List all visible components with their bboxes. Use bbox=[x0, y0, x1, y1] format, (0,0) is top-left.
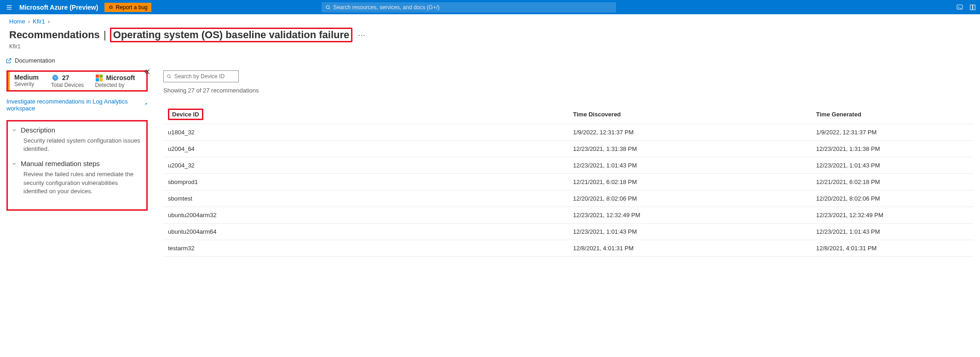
stat-detected-by-label: Detected by bbox=[95, 82, 135, 88]
cell-time-discovered: 12/23/2021, 1:01:43 PM bbox=[569, 224, 812, 240]
table-row[interactable]: sbomprod112/21/2021, 6:02:18 PM12/21/202… bbox=[163, 174, 974, 190]
search-icon bbox=[325, 5, 331, 10]
cell-device-id: u1804_32 bbox=[163, 124, 569, 141]
cloud-shell-icon[interactable] bbox=[956, 4, 963, 11]
cell-device-id: testarm32 bbox=[163, 240, 569, 257]
brand-label: Microsoft Azure (Preview) bbox=[19, 4, 98, 11]
external-link-icon bbox=[143, 102, 148, 108]
cell-time-generated: 12/20/2021, 8:02:06 PM bbox=[812, 190, 974, 207]
chip-icon bbox=[51, 74, 59, 82]
more-actions-icon[interactable]: ⋯ bbox=[358, 31, 365, 40]
col-time-generated[interactable]: Time Generated bbox=[812, 105, 974, 124]
report-bug-label: Report a bug bbox=[115, 4, 147, 11]
device-filter[interactable] bbox=[163, 70, 239, 82]
table-row[interactable]: u2004_6412/23/2021, 1:31:38 PM12/23/2021… bbox=[163, 141, 974, 157]
svg-point-25 bbox=[167, 75, 170, 77]
table-row[interactable]: sbomtest12/20/2021, 8:02:06 PM12/20/2021… bbox=[163, 190, 974, 207]
table-row[interactable]: u1804_321/9/2022, 12:31:37 PM1/9/2022, 1… bbox=[163, 124, 974, 141]
chevron-down-icon bbox=[12, 127, 17, 133]
topbar-right-icons bbox=[956, 4, 976, 11]
title-separator: | bbox=[101, 29, 109, 41]
details-sidebar: Medium Severity 27 Total Devices Micros bbox=[0, 67, 154, 261]
chevron-down-icon bbox=[12, 161, 17, 167]
table-row[interactable]: ubuntu2004arm6412/23/2021, 1:01:43 PM12/… bbox=[163, 224, 974, 240]
devices-table: Device ID Time Discovered Time Generated… bbox=[163, 105, 974, 257]
table-row[interactable]: testarm3212/8/2021, 4:01:31 PM12/8/2021,… bbox=[163, 240, 974, 257]
showing-count: Showing 27 of 27 recommendations bbox=[163, 87, 974, 94]
stat-severity-label: Severity bbox=[14, 81, 40, 87]
breadcrumb-home[interactable]: Home bbox=[9, 18, 25, 25]
section-description: Description Security related system conf… bbox=[12, 126, 143, 153]
microsoft-logo-icon bbox=[95, 74, 103, 82]
stat-detected-by-value: Microsoft bbox=[106, 74, 135, 81]
investigate-link[interactable]: Investigate recommendations in Log Analy… bbox=[6, 98, 141, 112]
global-search[interactable] bbox=[322, 2, 616, 12]
breadcrumb-scope[interactable]: Kfir1 bbox=[33, 18, 45, 25]
page-subtitle: Kfir1 bbox=[0, 43, 980, 54]
stat-total-devices-label: Total Devices bbox=[51, 82, 84, 88]
stat-detected-by: Microsoft Detected by bbox=[88, 72, 139, 90]
chevron-right-icon: › bbox=[28, 18, 30, 25]
section-remediation-header[interactable]: Manual remediation steps bbox=[12, 160, 143, 167]
section-remediation-title: Manual remediation steps bbox=[21, 160, 100, 167]
svg-point-3 bbox=[110, 6, 112, 8]
cell-device-id: sbomprod1 bbox=[163, 174, 569, 190]
documentation-label: Documentation bbox=[15, 57, 55, 64]
cell-time-generated: 12/23/2021, 1:01:43 PM bbox=[812, 157, 974, 174]
col-device-id[interactable]: Device ID bbox=[163, 105, 569, 124]
svg-rect-14 bbox=[973, 5, 975, 10]
svg-line-10 bbox=[329, 8, 329, 9]
cell-device-id: ubuntu2004arm32 bbox=[163, 207, 569, 224]
main-area: Medium Severity 27 Total Devices Micros bbox=[0, 67, 980, 261]
cell-device-id: sbomtest bbox=[163, 190, 569, 207]
stat-total-devices-value: 27 bbox=[62, 74, 69, 81]
svg-point-9 bbox=[326, 6, 329, 9]
svg-rect-13 bbox=[970, 5, 973, 10]
cell-time-discovered: 1/9/2022, 12:31:37 PM bbox=[569, 124, 812, 141]
section-remediation: Manual remediation steps Review the fail… bbox=[12, 160, 143, 196]
cell-time-generated: 12/23/2021, 1:01:43 PM bbox=[812, 224, 974, 240]
breadcrumb: Home › Kfir1 › bbox=[0, 14, 980, 27]
collapse-sidebar-button[interactable] bbox=[143, 68, 151, 77]
cell-device-id: u2004_32 bbox=[163, 157, 569, 174]
stat-total-devices: 27 Total Devices bbox=[45, 72, 88, 90]
table-row[interactable]: u2004_3212/23/2021, 1:01:43 PM12/23/2021… bbox=[163, 157, 974, 174]
col-time-discovered[interactable]: Time Discovered bbox=[569, 105, 812, 124]
azure-topbar: Microsoft Azure (Preview) Report a bug bbox=[0, 0, 980, 14]
cell-time-generated: 12/23/2021, 1:31:38 PM bbox=[812, 141, 974, 157]
section-description-header[interactable]: Description bbox=[12, 126, 143, 134]
cell-time-discovered: 12/21/2021, 6:02:18 PM bbox=[569, 174, 812, 190]
cell-time-generated: 12/21/2021, 6:02:18 PM bbox=[812, 174, 974, 190]
svg-line-8 bbox=[112, 8, 113, 8]
chevron-right-icon: › bbox=[48, 18, 50, 25]
section-description-body: Security related system configuration is… bbox=[12, 134, 143, 153]
global-search-input[interactable] bbox=[333, 4, 612, 11]
svg-rect-11 bbox=[957, 5, 963, 9]
search-icon bbox=[167, 74, 172, 79]
stat-severity: Medium Severity bbox=[8, 72, 45, 90]
investigate-link-row: Investigate recommendations in Log Analy… bbox=[6, 98, 148, 112]
page-title-row: Recommendations | Operating system (OS) … bbox=[0, 27, 980, 43]
page-title-main: Operating system (OS) baseline validatio… bbox=[113, 29, 349, 40]
directory-icon[interactable] bbox=[969, 4, 976, 11]
menu-icon[interactable] bbox=[4, 2, 15, 13]
svg-line-26 bbox=[170, 77, 171, 78]
content-column: Showing 27 of 27 recommendations Device … bbox=[154, 67, 980, 261]
report-bug-button[interactable]: Report a bug bbox=[104, 3, 151, 12]
cell-time-discovered: 12/23/2021, 1:31:38 PM bbox=[569, 141, 812, 157]
stat-severity-value: Medium bbox=[14, 74, 40, 81]
section-remediation-body: Review the failed rules and remediate th… bbox=[12, 167, 143, 196]
documentation-link[interactable]: Documentation bbox=[0, 54, 980, 67]
svg-line-5 bbox=[109, 6, 110, 7]
cell-time-discovered: 12/20/2021, 8:02:06 PM bbox=[569, 190, 812, 207]
device-filter-input[interactable] bbox=[174, 73, 236, 80]
cell-time-generated: 1/9/2022, 12:31:37 PM bbox=[812, 124, 974, 141]
external-link-icon bbox=[6, 58, 12, 64]
table-row[interactable]: ubuntu2004arm3212/23/2021, 12:32:49 PM12… bbox=[163, 207, 974, 224]
svg-rect-16 bbox=[54, 77, 56, 79]
svg-line-6 bbox=[112, 6, 113, 7]
cell-time-discovered: 12/8/2021, 4:01:31 PM bbox=[569, 240, 812, 257]
cell-device-id: ubuntu2004arm64 bbox=[163, 224, 569, 240]
svg-line-7 bbox=[109, 8, 110, 8]
page-title-prefix: Recommendations bbox=[9, 29, 100, 41]
